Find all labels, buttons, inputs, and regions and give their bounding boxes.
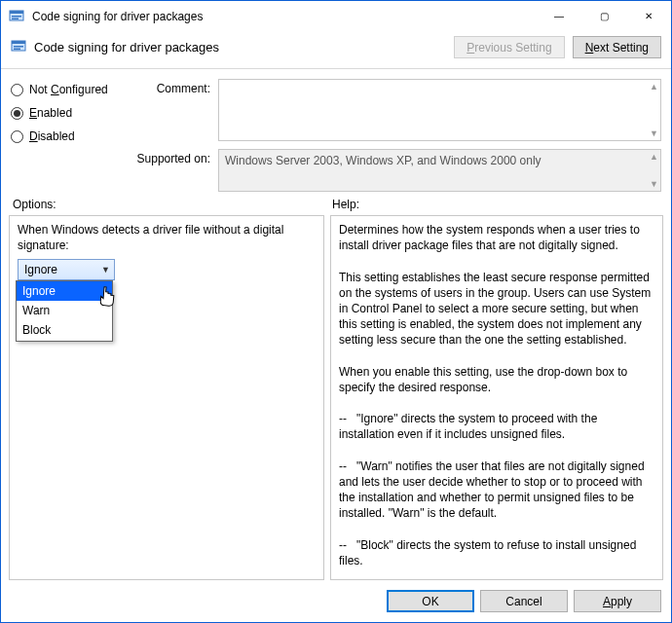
scroll-down-icon: ▼ xyxy=(650,128,658,138)
close-button[interactable]: ✕ xyxy=(626,1,671,30)
setting-nav: Previous Setting Next Setting xyxy=(454,36,661,58)
header-title: Code signing for driver packages xyxy=(34,40,454,55)
state-radios: Not Configured Enabled Disabled xyxy=(11,79,128,192)
radio-icon xyxy=(11,107,23,120)
scroll-down-icon: ▼ xyxy=(650,179,658,189)
header: Code signing for driver packages Previou… xyxy=(1,30,671,69)
dropdown-option-warn[interactable]: Warn xyxy=(17,301,112,320)
radio-label: Disabled xyxy=(29,129,75,143)
supported-label: Supported on: xyxy=(135,149,218,192)
radio-icon xyxy=(11,84,23,96)
next-setting-button[interactable]: Next Setting xyxy=(573,36,661,58)
svg-rect-6 xyxy=(14,46,23,48)
upper-area: Not Configured Enabled Disabled Comment:… xyxy=(1,69,671,192)
dropdown-option-block[interactable]: Block xyxy=(17,320,112,340)
scroll-up-icon: ▲ xyxy=(650,82,658,92)
chevron-down-icon: ▼ xyxy=(101,264,110,275)
window-title: Code signing for driver packages xyxy=(32,9,537,23)
dropdown-option-ignore[interactable]: Ignore xyxy=(17,281,112,301)
svg-rect-2 xyxy=(12,16,21,18)
help-label: Help: xyxy=(332,198,359,211)
apply-button[interactable]: Apply xyxy=(574,590,661,612)
previous-setting-button: Previous Setting xyxy=(454,36,564,58)
supported-on-text: ▲ ▼ Windows Server 2003, Windows XP, and… xyxy=(218,149,661,192)
minimize-button[interactable]: — xyxy=(537,1,581,30)
fields: Comment: ▲ ▼ Supported on: ▲ ▼ Windows S… xyxy=(135,79,661,192)
svg-rect-3 xyxy=(12,18,19,20)
radio-label: Not Configured xyxy=(29,83,108,96)
radio-enabled[interactable]: Enabled xyxy=(11,106,128,120)
combo-value: Ignore xyxy=(24,262,57,277)
titlebar: Code signing for driver packages — ▢ ✕ xyxy=(1,1,671,30)
radio-icon xyxy=(11,130,23,143)
options-prompt: When Windows detects a driver file witho… xyxy=(18,222,316,253)
footer: OK Cancel Apply xyxy=(1,580,671,622)
ok-button[interactable]: OK xyxy=(387,590,474,612)
svg-rect-7 xyxy=(14,49,20,51)
panes-labels: Options: Help: xyxy=(1,192,671,215)
gpo-icon xyxy=(11,38,26,56)
svg-rect-1 xyxy=(10,11,23,14)
scroll-up-icon: ▲ xyxy=(650,152,658,162)
supported-row: Supported on: ▲ ▼ Windows Server 2003, W… xyxy=(135,149,661,192)
radio-label: Enabled xyxy=(29,106,72,120)
options-label: Options: xyxy=(13,198,332,211)
supported-value: Windows Server 2003, Windows XP, and Win… xyxy=(225,154,541,167)
help-pane: Determines how the system responds when … xyxy=(330,215,663,580)
radio-not-configured[interactable]: Not Configured xyxy=(11,83,128,96)
window-controls: — ▢ ✕ xyxy=(537,1,671,30)
comment-row: Comment: ▲ ▼ xyxy=(135,79,661,141)
panes: When Windows detects a driver file witho… xyxy=(1,215,671,580)
signature-action-dropdown: Ignore Warn Block xyxy=(16,280,113,342)
comment-input[interactable]: ▲ ▼ xyxy=(218,79,661,141)
options-pane: When Windows detects a driver file witho… xyxy=(9,215,324,580)
signature-action-combo[interactable]: Ignore ▼ xyxy=(18,259,115,280)
gpo-icon xyxy=(9,8,24,23)
radio-disabled[interactable]: Disabled xyxy=(11,129,128,143)
help-text: Determines how the system responds when … xyxy=(339,223,654,568)
maximize-button[interactable]: ▢ xyxy=(581,1,626,30)
svg-rect-5 xyxy=(12,41,25,44)
cancel-button[interactable]: Cancel xyxy=(480,590,568,612)
comment-label: Comment: xyxy=(135,79,218,141)
